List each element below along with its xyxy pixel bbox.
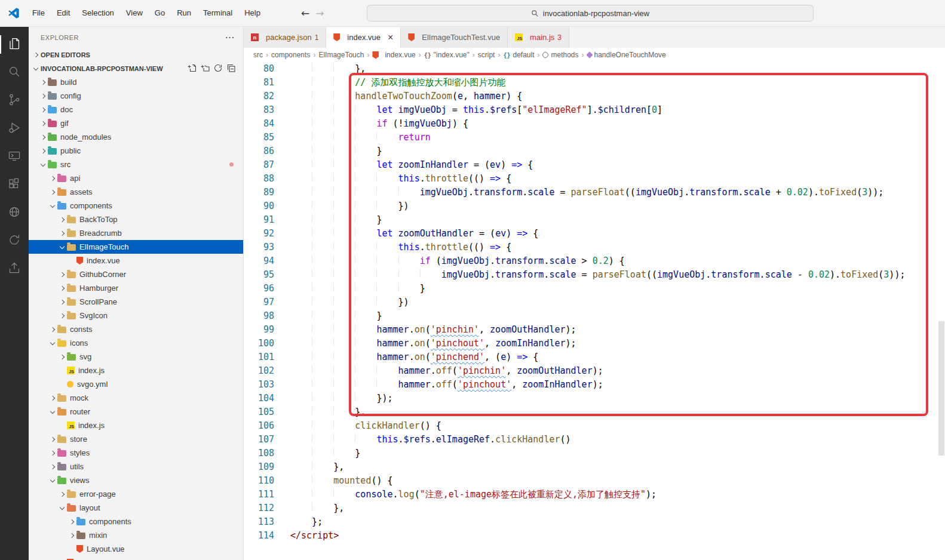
line-number[interactable]: 81 — [244, 76, 290, 90]
tab-index.vue[interactable]: index.vue× — [326, 27, 401, 48]
tree-item-doc[interactable]: doc — [29, 103, 243, 116]
code-line-100[interactable]: 100hammer.on('pinchout', zoomInHandler); — [244, 337, 945, 350]
tree-item-Hamburger[interactable]: Hamburger — [29, 281, 243, 295]
tree-item-src[interactable]: src — [29, 158, 243, 171]
line-number[interactable]: 89 — [244, 186, 290, 199]
line-number[interactable]: 84 — [244, 117, 290, 131]
new-folder-icon[interactable] — [200, 63, 210, 74]
line-number[interactable]: 93 — [244, 241, 290, 254]
menu-file[interactable]: File — [26, 0, 51, 26]
tree-item-mixin[interactable]: mixin — [29, 528, 243, 542]
line-number[interactable]: 90 — [244, 199, 290, 213]
tab-package.json[interactable]: npackage.json1 — [244, 27, 326, 48]
breadcrumb-index-vue[interactable]: index.vue — [372, 51, 415, 59]
tree-item-assets[interactable]: assets — [29, 185, 243, 199]
line-number[interactable]: 111 — [244, 488, 290, 501]
line-number[interactable]: 86 — [244, 144, 290, 158]
code-line-108[interactable]: 108} — [244, 447, 945, 460]
menu-selection[interactable]: Selection — [76, 0, 119, 26]
line-number[interactable]: 99 — [244, 323, 290, 337]
line-number[interactable]: 105 — [244, 405, 290, 419]
line-number[interactable]: 97 — [244, 296, 290, 309]
open-editors-section[interactable]: OPEN EDITORS — [29, 48, 243, 61]
breadcrumb-src[interactable]: src — [253, 51, 263, 59]
breadcrumb-elimagetouch[interactable]: ElImageTouch — [318, 51, 364, 59]
command-center-search[interactable]: invocationlab-rpcpostman-view — [367, 5, 814, 21]
line-number[interactable]: 106 — [244, 419, 290, 433]
code-line-105[interactable]: 105}, — [244, 405, 945, 419]
activity-extensions[interactable] — [0, 171, 29, 199]
tree-item-mock[interactable]: mock — [29, 391, 243, 405]
code-line-87[interactable]: 87let zoomInHandler = (ev) => { — [244, 158, 945, 172]
line-number[interactable]: 80 — [244, 62, 290, 76]
code-line-93[interactable]: 93this.throttle(() => { — [244, 241, 945, 254]
line-number[interactable]: 87 — [244, 158, 290, 172]
code-line-102[interactable]: 102hammer.off('pinchin', zoomOutHandler)… — [244, 364, 945, 378]
code-line-101[interactable]: 101hammer.on('pinchend', (e) => { — [244, 350, 945, 364]
code-area[interactable]: 80},81// 添加双指触控放大和缩小图片功能82handleTwoTouch… — [244, 62, 945, 560]
menu-terminal[interactable]: Terminal — [197, 0, 238, 26]
tree-item-styles[interactable]: styles — [29, 446, 243, 460]
line-number[interactable]: 112 — [244, 501, 290, 515]
code-line-107[interactable]: 107this.$refs.elImageRef.clickHandler() — [244, 433, 945, 447]
line-number[interactable]: 94 — [244, 254, 290, 268]
tree-item-svg[interactable]: svg — [29, 350, 243, 364]
code-line-114[interactable]: 114</script> — [244, 529, 945, 543]
line-number[interactable]: 108 — [244, 447, 290, 460]
code-line-88[interactable]: 88this.throttle(() => { — [244, 172, 945, 186]
tree-item-consts[interactable]: consts — [29, 322, 243, 336]
line-number[interactable]: 96 — [244, 282, 290, 296]
line-number[interactable]: 104 — [244, 392, 290, 405]
activity-explorer[interactable] — [0, 30, 29, 59]
tree-item-index.vue[interactable]: index.vue — [29, 254, 243, 267]
scrollbar-thumb[interactable] — [938, 321, 944, 456]
code-line-80[interactable]: 80}, — [244, 62, 945, 76]
breadcrumb-script[interactable]: script — [478, 51, 495, 59]
activity-remote-explorer[interactable] — [0, 143, 29, 171]
tree-item-components[interactable]: components — [29, 515, 243, 528]
code-line-81[interactable]: 81// 添加双指触控放大和缩小图片功能 — [244, 76, 945, 90]
line-number[interactable]: 92 — [244, 227, 290, 241]
code-line-92[interactable]: 92let zoomOutHandler = (ev) => { — [244, 227, 945, 241]
close-icon[interactable]: × — [388, 33, 393, 42]
line-number[interactable]: 114 — [244, 529, 290, 543]
code-line-83[interactable]: 83let imgVueObj = this.$refs["elImageRef… — [244, 103, 945, 117]
line-number[interactable]: 83 — [244, 103, 290, 117]
menu-run[interactable]: Run — [171, 0, 197, 26]
line-number[interactable]: 113 — [244, 515, 290, 529]
tree-item-config[interactable]: config — [29, 89, 243, 103]
tree-item-svgo.yml[interactable]: svgo.yml — [29, 377, 243, 391]
tree-item-public[interactable]: public — [29, 144, 243, 158]
code-line-110[interactable]: 110mounted() { — [244, 474, 945, 488]
breadcrumb-index-vue[interactable]: {}"index.vue" — [424, 51, 470, 59]
tree-item-index.js[interactable]: JSindex.js — [29, 419, 243, 432]
code-line-99[interactable]: 99hammer.on('pinchin', zoomOutHandler); — [244, 323, 945, 337]
tree-item-utils[interactable]: utils — [29, 460, 243, 473]
menu-go[interactable]: Go — [149, 0, 171, 26]
code-line-86[interactable]: 86} — [244, 144, 945, 158]
code-line-84[interactable]: 84if (!imgVueObj) { — [244, 117, 945, 131]
activity-source-control[interactable] — [0, 87, 29, 115]
tree-item-layout[interactable]: layout — [29, 501, 243, 515]
menu-edit[interactable]: Edit — [51, 0, 76, 26]
line-number[interactable]: 88 — [244, 172, 290, 186]
tree-item-Layout.vue[interactable]: Layout.vue — [29, 542, 243, 556]
line-number[interactable]: 100 — [244, 337, 290, 350]
code-line-97[interactable]: 97}) — [244, 296, 945, 309]
tree-item-icons[interactable]: icons — [29, 336, 243, 350]
tree-item-error-page[interactable]: error-page — [29, 487, 243, 501]
tree-item-ElImageTouch[interactable]: ElImageTouch — [29, 240, 243, 254]
tree-item-node_modules[interactable]: node_modules — [29, 130, 243, 144]
line-number[interactable]: 95 — [244, 268, 290, 282]
line-number[interactable]: 85 — [244, 131, 290, 144]
code-line-90[interactable]: 90}) — [244, 199, 945, 213]
menu-help[interactable]: Help — [238, 0, 266, 26]
nav-forward-icon[interactable]: → — [315, 7, 324, 19]
line-number[interactable]: 101 — [244, 350, 290, 364]
line-number[interactable]: 103 — [244, 378, 290, 392]
tab-ElImageTouchTest.vue[interactable]: ElImageTouchTest.vue — [401, 27, 508, 48]
line-number[interactable]: 107 — [244, 433, 290, 447]
activity-live-preview[interactable] — [0, 199, 29, 227]
code-line-94[interactable]: 94if (imgVueObj.transform.scale > 0.2) { — [244, 254, 945, 268]
code-line-95[interactable]: 95imgVueObj.transform.scale = parseFloat… — [244, 268, 945, 282]
